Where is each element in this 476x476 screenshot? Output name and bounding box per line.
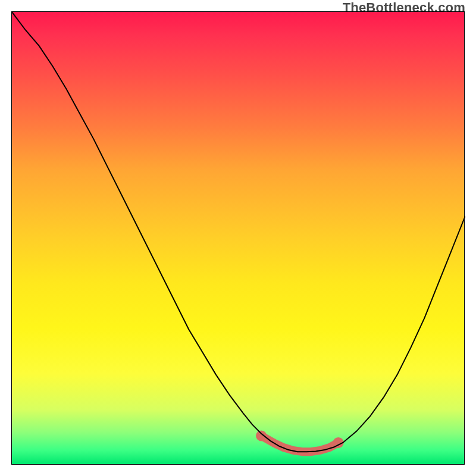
chart-svg bbox=[12, 12, 465, 465]
bottleneck-curve bbox=[12, 12, 465, 452]
highlight-end-dot bbox=[333, 437, 344, 448]
plot-area bbox=[11, 11, 465, 465]
highlight-start-dot bbox=[256, 430, 267, 441]
chart-container: TheBottleneck.com bbox=[0, 0, 476, 476]
optimal-range-highlight bbox=[261, 436, 339, 452]
